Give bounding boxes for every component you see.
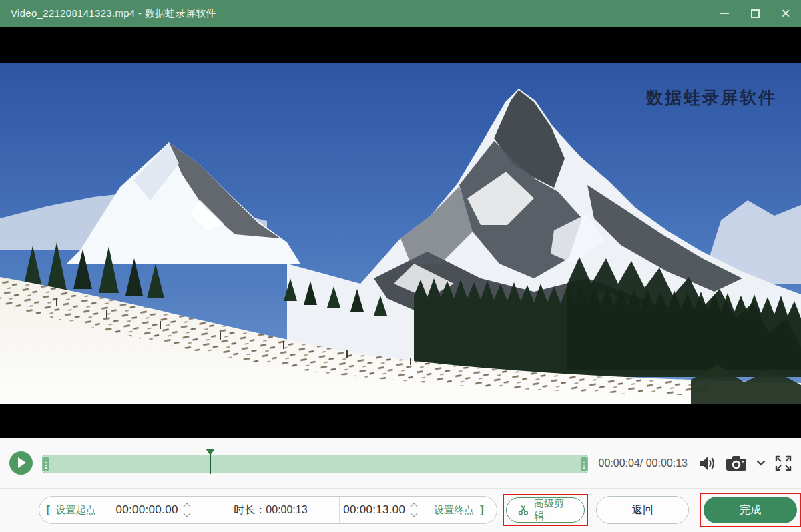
window-controls: × bbox=[709, 0, 801, 27]
trim-group: [ 设置起点 00:00:00.00 时长： 00:00:13 00:00:13… bbox=[39, 496, 497, 524]
video-frame bbox=[0, 63, 801, 404]
end-bracket-icon: ] bbox=[480, 503, 484, 517]
duration-display: 时长： 00:00:13 bbox=[202, 497, 338, 523]
done-button[interactable]: 完成 bbox=[704, 497, 797, 523]
set-end-button[interactable]: 设置终点 ] bbox=[421, 497, 497, 523]
advanced-edit-label: 高级剪辑 bbox=[534, 497, 573, 523]
camera-icon bbox=[726, 455, 747, 471]
grip-icon bbox=[45, 462, 47, 463]
set-start-label: 设置起点 bbox=[56, 504, 96, 517]
playhead[interactable] bbox=[206, 449, 215, 475]
media-icons bbox=[698, 455, 792, 471]
volume-button[interactable] bbox=[698, 455, 716, 471]
advanced-edit-button[interactable]: 高级剪辑 bbox=[506, 497, 585, 523]
chevron-down-icon bbox=[756, 460, 766, 466]
end-time-spinner[interactable] bbox=[411, 504, 417, 516]
set-start-button[interactable]: [ 设置起点 bbox=[39, 497, 103, 523]
playback-row: 00:00:04/ 00:00:13 bbox=[0, 438, 801, 489]
scissors-icon bbox=[517, 504, 529, 516]
playhead-line bbox=[210, 454, 211, 474]
video-area: 数据蛙录屏软件 bbox=[0, 27, 801, 438]
start-time-value: 00:00:00.00 bbox=[116, 503, 178, 517]
playback-controls-panel: 00:00:04/ 00:00:13 bbox=[0, 438, 801, 532]
back-button[interactable]: 返回 bbox=[596, 496, 689, 524]
set-end-label: 设置终点 bbox=[434, 504, 474, 517]
maximize-icon bbox=[751, 9, 760, 18]
window-title: Video_221208141323.mp4 - 数据蛙录屏软件 bbox=[11, 7, 216, 20]
start-time-field[interactable]: 00:00:00.00 bbox=[103, 497, 202, 523]
start-time-spinner[interactable] bbox=[184, 504, 190, 516]
done-highlight: 完成 bbox=[700, 493, 801, 527]
grip-icon bbox=[583, 462, 585, 463]
snapshot-dropdown-button[interactable] bbox=[756, 460, 766, 466]
trim-row: [ 设置起点 00:00:00.00 时长： 00:00:13 00:00:13… bbox=[0, 489, 801, 531]
fullscreen-button[interactable] bbox=[775, 455, 792, 471]
play-button[interactable] bbox=[9, 451, 33, 475]
end-time-value: 00:00:13.00 bbox=[343, 503, 405, 517]
timeline-track[interactable] bbox=[42, 455, 588, 473]
end-time-field[interactable]: 00:00:13.00 bbox=[339, 497, 421, 523]
fullscreen-icon bbox=[775, 455, 792, 471]
app-window: Video_221208141323.mp4 - 数据蛙录屏软件 × bbox=[0, 0, 801, 532]
maximize-button[interactable] bbox=[740, 0, 770, 27]
advanced-edit-highlight: 高级剪辑 bbox=[503, 494, 588, 526]
close-icon: × bbox=[781, 5, 790, 21]
time-display: 00:00:04/ 00:00:13 bbox=[599, 457, 688, 469]
spinner-down-icon[interactable] bbox=[411, 509, 418, 517]
volume-icon bbox=[698, 455, 716, 471]
duration-value: 00:00:13 bbox=[266, 504, 307, 516]
duration-label: 时长： bbox=[234, 503, 266, 517]
video-watermark: 数据蛙录屏软件 bbox=[646, 87, 777, 109]
snapshot-button[interactable] bbox=[726, 455, 747, 471]
trim-start-handle[interactable] bbox=[43, 457, 49, 471]
trim-end-handle[interactable] bbox=[581, 457, 587, 471]
window-titlebar: Video_221208141323.mp4 - 数据蛙录屏软件 × bbox=[0, 0, 801, 27]
spinner-down-icon[interactable] bbox=[183, 509, 190, 517]
play-icon bbox=[18, 457, 26, 468]
start-bracket-icon: [ bbox=[46, 503, 50, 517]
close-button[interactable]: × bbox=[770, 0, 801, 27]
timeline[interactable] bbox=[42, 453, 588, 474]
minimize-button[interactable] bbox=[709, 0, 740, 27]
minimize-icon bbox=[720, 13, 729, 14]
